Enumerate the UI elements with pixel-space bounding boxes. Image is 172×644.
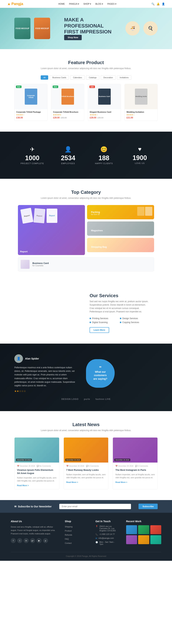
learn-more-button[interactable]: Learn More [90, 327, 109, 333]
news-section: Latest News Lorem ipsum dolor sit amet, … [0, 411, 172, 500]
social-facebook[interactable]: f [11, 538, 16, 543]
news-body-3: 📅 December 26 2018 💬 3 Comments The Best… [113, 462, 157, 486]
product-name-3: Elegant Business Card [90, 111, 119, 113]
product-price-2: £29.00 £35.00 [53, 116, 82, 119]
footer-shop-title: Shop [65, 520, 88, 523]
testimonial-text: Pellentesque maximus erat a ante finibus… [14, 366, 75, 388]
recent-work-4[interactable] [126, 535, 137, 544]
product-price-1: £38.00 [16, 116, 46, 119]
social-twitter[interactable]: t [17, 538, 22, 543]
filter-calendars[interactable]: Calendars [70, 75, 84, 80]
news-text-1: Nullam imperdiet, sem at fringilla iacul… [17, 476, 57, 482]
nav-blog[interactable]: BLOG ▾ [95, 2, 103, 5]
news-subtitle: Lorem ipsum dolor sit amet, consectetur … [7, 429, 165, 432]
airplane-icon: ✈ [18, 146, 47, 153]
news-body-2: 📅 December 26 2018 💬 5 Comments 7 Best R… [64, 462, 108, 486]
search-icon[interactable]: 🔍 [151, 2, 154, 5]
service-dot-1 [90, 318, 91, 319]
hero-cta-button[interactable]: Shop Now [64, 35, 82, 40]
news-meta-1: 📅 December 26 2018 💬 No Comments [17, 465, 57, 467]
filter-tabs: All Business Cards Calendars Catalogs De… [7, 75, 165, 80]
read-more-3[interactable]: Read More > [115, 481, 127, 483]
filter-invitations[interactable]: Invitations [117, 75, 131, 80]
services-title: Our Services [90, 293, 149, 298]
recent-work-6[interactable] [150, 535, 161, 544]
recent-work-2[interactable] [138, 525, 149, 534]
stat-label-4: LOVE US [125, 162, 154, 164]
product-stars-1: ★★★★☆ [16, 114, 46, 116]
footer-link-refunds[interactable]: Refunds [65, 534, 88, 536]
subscribe-button[interactable]: Subscribe [138, 504, 158, 509]
footer-link-product[interactable]: Product [65, 529, 88, 532]
category-info-report: Report [18, 248, 30, 255]
navbar-icons: 🔍 🔔 👤 [151, 2, 165, 5]
stat-label-1: PROJECT COMPLETE [18, 162, 47, 164]
service-item-3: Digital Scanning [90, 321, 118, 324]
footer-copyright: Copyright © 2018 Pangja, All Rights Rese… [11, 552, 161, 557]
service-dot-2 [120, 318, 121, 319]
product-card-2: New Trifold Brochure Corporate Trifold B… [51, 84, 84, 121]
notification-icon[interactable]: 🔔 [157, 2, 160, 5]
footer-social: f t in g+ ▶ p [11, 538, 58, 543]
recent-work-5[interactable] [138, 535, 149, 544]
category-info-magazines: Magazines [89, 227, 105, 234]
filter-decoration[interactable]: Decoration [101, 75, 116, 80]
social-googleplus[interactable]: g+ [30, 538, 35, 543]
read-more-1[interactable]: Read More > [17, 484, 29, 486]
testimonial-section: 👤 Alan Spider Pellentesque maximus erat … [0, 344, 172, 411]
logo[interactable]: ▲ Pangja [7, 2, 23, 6]
services-description: Sed sed nec turpis fringilla nec enim at… [90, 300, 149, 314]
footer-contact-col: Get In Touch 📍 25615 via Los Canceles Dr… [96, 520, 119, 547]
business-card-info: Business Card for Cosmetic [32, 262, 49, 267]
social-youtube[interactable]: ▶ [37, 538, 42, 543]
location-icon: 📍 [96, 526, 98, 528]
news-date-3: December 26 2018 [114, 458, 130, 461]
services-inner: Our Services Sed sed nec turpis fringill… [23, 293, 149, 333]
footer-contact-title: Get In Touch [96, 520, 119, 523]
product-info-3: Elegant Business Card ★★★★☆ £29.00 £35.0… [88, 109, 121, 121]
filter-all[interactable]: All [41, 75, 48, 80]
newsletter-email-input[interactable] [59, 504, 131, 509]
nav-home[interactable]: HOME [58, 2, 65, 5]
recent-work-1[interactable] [126, 525, 137, 534]
nav-pages[interactable]: PAGES ▾ [107, 2, 116, 5]
social-pinterest[interactable]: p [43, 538, 48, 543]
filter-business-cards[interactable]: Business Cards [50, 75, 69, 80]
stats-section: ✈ 1000 PROJECT COMPLETE 👤 2534 EMPLOYEES… [0, 132, 172, 179]
category-card-report[interactable]: Report Report Report Report [18, 205, 85, 255]
product-badge-2: New [53, 86, 58, 88]
service-item-4: Copying Services [120, 321, 149, 324]
food-decoration-1: 🍜 [125, 21, 140, 36]
category-card-magazines[interactable]: Magazines [87, 222, 154, 236]
footer-link-contact[interactable]: Contact [65, 542, 88, 544]
news-text-2: Nullam imperdiet, sem at fringilla iacul… [66, 473, 106, 479]
product-mock-4: Wedding Invite [135, 88, 147, 105]
envelope-icon: ✉ [14, 505, 17, 508]
nav-shop[interactable]: SHOP ▾ [83, 2, 91, 5]
footer-link-shipping[interactable]: Shipping [65, 525, 88, 528]
product-stars-3: ★★★★☆ [90, 114, 119, 116]
news-image-1: December 26 2018 [15, 438, 59, 462]
product-card-1: New Corporate Trifold Corporate Trifold … [14, 84, 47, 121]
recent-work-3[interactable] [150, 525, 161, 534]
read-more-2[interactable]: Read More > [66, 481, 78, 483]
footer-link-faq[interactable]: FAQ [65, 538, 88, 540]
category-card-business[interactable]: Business Card for Cosmetic [18, 257, 154, 272]
news-date-meta-3: 📅 December 26 2018 [115, 465, 133, 467]
footer: About Us Donec sed arcu fringilla, volut… [0, 513, 172, 561]
top-category-subtitle: Lorem ipsum dolor sit amet, consectetur … [7, 196, 165, 200]
top-category-section: Top Category Lorem ipsum dolor sit amet,… [0, 179, 172, 282]
bubble-text: " What our customers are saying? [93, 366, 107, 380]
category-card-packing[interactable]: Packing far from 58 [87, 205, 154, 219]
stat-number-2: 2534 [54, 155, 82, 161]
nav-pangja[interactable]: PANGJA ▾ [69, 2, 79, 5]
category-card-shopping-bag[interactable]: Shopping Bag [87, 238, 154, 252]
author-name: Alan Spider [25, 357, 39, 360]
happy-icon: 😊 [90, 146, 118, 153]
filter-catalogs[interactable]: Catalogs [86, 75, 99, 80]
social-linkedin[interactable]: in [24, 538, 29, 543]
user-icon[interactable]: 👤 [162, 2, 165, 5]
service-item-1: Printing Services [90, 317, 118, 320]
phone-icon: 📞 [96, 533, 98, 536]
footer-grid: About Us Donec sed arcu fringilla, volut… [11, 520, 161, 547]
